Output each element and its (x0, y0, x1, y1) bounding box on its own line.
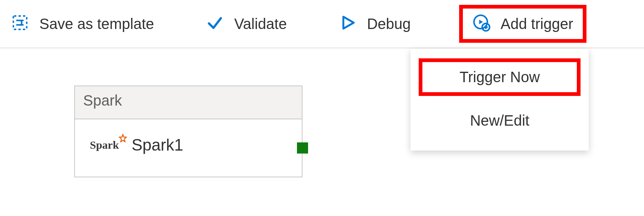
check-icon (206, 14, 224, 34)
save-as-template-label: Save as template (39, 16, 154, 31)
validate-button[interactable]: Validate (202, 11, 291, 37)
add-trigger-wrap: Add trigger Trigger Now New/Edit (459, 5, 587, 43)
add-trigger-button[interactable]: Add trigger (459, 5, 587, 43)
node-name: Spark1 (131, 136, 183, 154)
add-trigger-label: Add trigger (501, 16, 573, 31)
debug-label: Debug (367, 16, 411, 31)
spark-logo-text: Spark (90, 139, 119, 151)
template-icon (11, 14, 29, 34)
toolbar: Save as template Validate Debug (0, 0, 644, 48)
node-body: Spark Spark1 (75, 119, 302, 177)
node-output-port[interactable] (297, 142, 308, 154)
pipeline-node-spark[interactable]: Spark Spark Spark1 (74, 86, 303, 177)
spark-logo-icon: Spark (90, 139, 120, 151)
clock-add-icon (473, 14, 490, 34)
save-as-template-button[interactable]: Save as template (7, 11, 158, 37)
validate-label: Validate (234, 16, 287, 31)
debug-button[interactable]: Debug (335, 11, 415, 37)
node-type-label: Spark (75, 86, 302, 119)
svg-rect-0 (13, 16, 27, 29)
play-icon (339, 14, 357, 34)
pipeline-canvas[interactable]: Spark Spark Spark1 (0, 48, 644, 216)
